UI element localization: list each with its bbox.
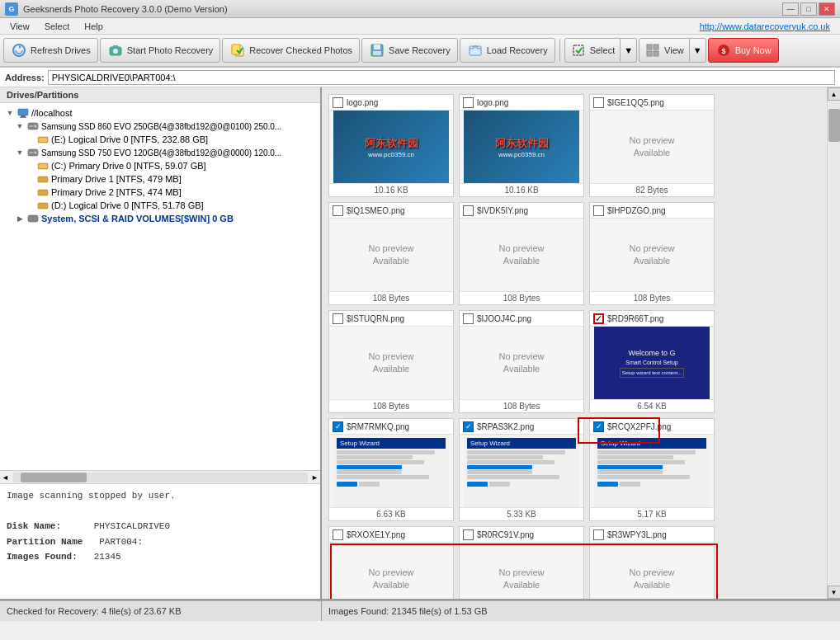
cell-size: 6.54 KB [590,400,714,412]
cell-checkbox[interactable] [593,97,604,108]
cell-checkbox[interactable] [593,205,604,216]
cell-filename: $RD9R66T.png [607,314,710,323]
cell-preview-area: 阿东软件园 www.pc0359.cn [329,110,453,184]
status-bar: Checked for Recovery: 4 file(s) of 23.67… [0,599,840,619]
view-dropdown-button[interactable]: ▼ [690,38,706,63]
expand-ssd860[interactable]: ▼ [15,121,25,131]
menu-view[interactable]: View [3,20,36,33]
no-preview-label: No previewAvailable [492,344,550,383]
cell-size: 82 Bytes [590,184,714,196]
recover-checked-button[interactable]: Recover Checked Photos [222,38,360,63]
primary2-label: Primary Drive 2 [NTFS, 474 MB] [51,187,182,197]
hscroll-thumb[interactable] [21,473,87,482]
cell-checkbox[interactable] [333,205,343,216]
cell-checkbox[interactable]: ✓ [463,421,474,432]
save-recovery-button[interactable]: Save Recovery [361,38,458,63]
tree-item-cdrive[interactable]: ▶ (C:) Primary Drive 0 [NTFS, 59.07 GB] [23,159,317,172]
tree-item-edrive[interactable]: ▶ (E:) Logical Drive 0 [NTFS, 232.88 GB] [23,133,317,146]
log-partition-label: Partition Name [7,537,83,547]
cell-checkbox[interactable]: ✓ [593,421,604,432]
select-split-button: Select ▼ [564,38,637,63]
grid-cell: logo.png 阿东软件园 www.pc0359.cn 10.16 KB [459,94,584,197]
cell-size: 108 Bytes [329,292,453,304]
view-split-button: View ▼ [639,38,706,63]
svg-point-20 [35,125,37,128]
select-dropdown-button[interactable]: ▼ [621,38,637,63]
cell-checkbox[interactable]: ✓ [333,421,343,432]
cell-checkbox[interactable] [463,313,474,324]
log-disk-line: Disk Name: PHYSICALDRIVE0 [7,520,314,534]
hscroll-right-btn[interactable]: ► [309,473,320,482]
app-title: Geeksnerds Photo Recovery 3.0.0 (Demo Ve… [23,4,228,14]
tree-item-ddrive[interactable]: ▶ (D:) Logical Drive 0 [NTFS, 51.78 GB] [23,199,317,212]
tree-hscrollbar[interactable]: ◄ ► [0,470,320,483]
cell-checkbox[interactable] [333,313,343,324]
maximize-button[interactable]: □ [800,2,817,16]
buy-now-button[interactable]: $ Buy Now [708,38,779,63]
view-main-button[interactable]: View [639,38,690,63]
tree-item-ssd750[interactable]: ▼ Samsung SSD 750 EVO 120GB(4@38fbd192@0… [13,146,317,159]
cell-size: 108 Bytes [460,400,583,412]
grid-cell: $R0RC91V.png No previewAvailable [459,526,584,599]
cell-checkbox[interactable] [593,529,604,540]
tree-item-localhost[interactable]: ▼ //localhost [3,106,317,120]
cell-preview-area: No previewAvailable [460,218,583,292]
expand-ssd750[interactable]: ▼ [15,148,25,158]
minimize-button[interactable]: — [782,2,799,16]
menu-select[interactable]: Select [38,20,77,33]
cell-preview-area: No previewAvailable [590,110,714,184]
cell-preview-area: Setup Wizard [590,434,714,508]
photo-grid[interactable]: logo.png 阿东软件园 www.pc0359.cn 10.16 KB lo… [322,87,827,599]
load-recovery-button[interactable]: Load Recovery [460,38,555,63]
vscroll-down-btn[interactable]: ▼ [828,586,841,599]
tree-item-primary1[interactable]: ▶ Primary Drive 1 [NTFS, 479 MB] [23,172,317,186]
save-recovery-label: Save Recovery [389,45,451,55]
left-panel: Drives/Partitions ▼ //localhost ▼ Samsun… [0,87,322,599]
close-button[interactable]: ✕ [819,2,835,16]
website-link[interactable]: http://www.datarecoveryuk.co.uk [700,21,837,31]
expand-localhost[interactable]: ▼ [5,108,15,118]
hscroll-left-btn[interactable]: ◄ [0,473,11,482]
tree-item-scsi[interactable]: ▶ System, SCSI & RAID VOLUMES[$WIN] 0 GB [13,212,317,225]
drives-tree[interactable]: ▼ //localhost ▼ Samsung SSD 860 EVO 250G… [0,103,320,470]
cell-preview-area: No previewAvailable [329,326,453,400]
cell-checkbox[interactable]: ✓ [593,313,604,324]
menu-help[interactable]: Help [78,20,110,33]
preview-image: 阿东软件园 www.pc0359.cn [464,111,579,183]
grid-cell: $IHPDZGO.png No previewAvailable 108 Byt… [589,202,715,305]
svg-rect-13 [654,51,658,56]
cell-header: $IQ1SMEO.png [329,203,453,218]
drive-primary1-icon [37,173,49,185]
preview-image: Setup Wizard [594,435,710,507]
cell-checkbox[interactable] [333,97,343,108]
start-recovery-button[interactable]: Start Photo Recovery [100,38,221,63]
cell-filename: $IVDK5IY.png [477,206,580,215]
cell-checkbox[interactable] [463,205,474,216]
grid-cell: $R3WPY3L.png No previewAvailable [589,526,715,599]
tree-item-primary2[interactable]: ▶ Primary Drive 2 [NTFS, 474 MB] [23,186,317,199]
select-icon [570,42,587,59]
select-main-button[interactable]: Select [564,38,621,63]
address-label: Address: [5,73,45,82]
svg-rect-3 [113,45,118,48]
svg-rect-30 [38,190,48,195]
cell-checkbox[interactable] [333,529,343,540]
cell-checkbox[interactable] [463,529,474,540]
address-input[interactable] [48,70,835,85]
photo-vscrollbar[interactable]: ▲ ▼ [827,87,840,599]
cell-preview-area: No previewAvailable [460,542,583,599]
grid-row-2: $ISTUQRN.png No previewAvailable 108 Byt… [328,310,820,413]
select-label: Select [590,45,616,55]
cell-preview-area: Welcome to G Smart Control Setup Setup w… [590,326,714,400]
cell-checkbox[interactable] [463,97,474,108]
ssd860-label: Samsung SSD 860 EVO 250GB(4@38fbd192@0@0… [41,122,281,131]
refresh-drives-button[interactable]: Refresh Drives [3,38,98,63]
svg-rect-11 [654,45,658,49]
tree-item-ssd860[interactable]: ▼ Samsung SSD 860 EVO 250GB(4@38fbd192@0… [13,120,317,133]
vscroll-up-btn[interactable]: ▲ [828,87,841,101]
view-label: View [664,45,684,55]
grid-row-1: $IQ1SMEO.png No previewAvailable 108 Byt… [328,202,820,305]
svg-rect-18 [20,117,26,118]
vscroll-thumb[interactable] [828,109,840,142]
expand-scsi[interactable]: ▶ [15,214,25,224]
